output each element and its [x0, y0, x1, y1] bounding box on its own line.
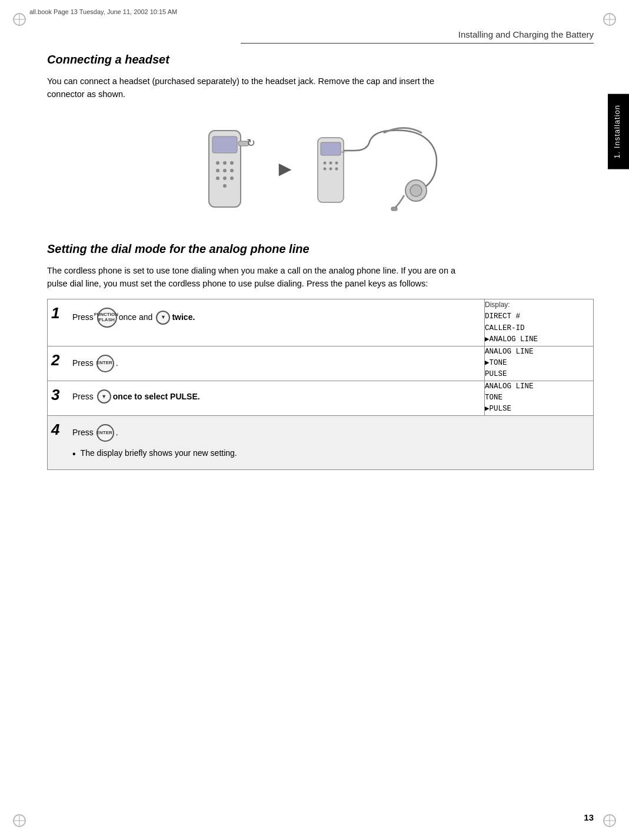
- steps-table: 1 Press FUNCTION /FLASH once and ▼: [47, 299, 594, 471]
- enter-button-2: ENTER: [96, 424, 114, 442]
- svg-point-30: [335, 162, 338, 165]
- step2-display-line2: ▶TONE: [485, 358, 593, 369]
- svg-point-14: [216, 161, 219, 165]
- svg-point-17: [216, 169, 219, 172]
- svg-rect-13: [212, 136, 237, 153]
- step-1-display: Display: DIRECT # CALLER-ID ▶ANALOG LINE: [485, 299, 594, 346]
- step-1-number: 1: [51, 305, 69, 321]
- step3-select-pulse-label: once to select PULSE.: [113, 389, 200, 404]
- corner-mark-bl: [11, 812, 28, 829]
- section1: Connecting a headset You can connect a h…: [47, 53, 594, 225]
- step1-display-line1: DIRECT #: [485, 311, 593, 322]
- section2-body: The cordless phone is set to use tone di…: [47, 264, 459, 291]
- svg-point-33: [335, 168, 338, 171]
- step-3-text: Press ▼ once to select PULSE.: [72, 387, 481, 404]
- step-row-1: 1 Press FUNCTION /FLASH once and ▼: [48, 299, 594, 346]
- svg-point-18: [223, 169, 227, 172]
- step-2-display: ANALOG LINE ▶TONE PULSE: [485, 346, 594, 381]
- step3-display-line3: ▶PULSE: [485, 404, 593, 415]
- step3-press-label: Press: [72, 389, 94, 404]
- svg-point-16: [230, 161, 234, 165]
- step4-bullet: •: [72, 446, 76, 462]
- step2-period: .: [116, 356, 118, 371]
- svg-point-36: [410, 185, 422, 196]
- svg-rect-27: [321, 142, 341, 155]
- svg-point-15: [223, 161, 227, 165]
- svg-point-21: [223, 176, 227, 180]
- corner-mark-tl: [11, 11, 28, 28]
- svg-point-22: [230, 176, 234, 180]
- step-row-3: 3 Press ▼ once to select PULSE. ANA: [48, 381, 594, 415]
- step4-press-label: Press: [72, 425, 94, 440]
- phone-headset-svg: ←: [313, 120, 448, 217]
- step-4-full: 4 Press ENTER .: [48, 415, 594, 470]
- svg-rect-37: [391, 207, 397, 211]
- section1-heading: Connecting a headset: [47, 53, 594, 66]
- section1-body: You can connect a headset (purchased sep…: [47, 75, 459, 101]
- file-info: all.book Page 13 Tuesday, June 11, 2002 …: [29, 8, 177, 15]
- svg-point-29: [330, 162, 332, 165]
- section2-heading: Setting the dial mode for the analog pho…: [47, 242, 594, 256]
- step-2-number: 2: [51, 352, 69, 368]
- svg-point-23: [223, 184, 227, 188]
- arrow-right: ►: [275, 156, 296, 181]
- step-3-number: 3: [51, 387, 69, 402]
- step-4-number: 4: [51, 422, 69, 437]
- page-number: 13: [584, 812, 594, 822]
- svg-text:←: ←: [340, 148, 347, 156]
- step1-display-line3: ▶ANALOG LINE: [485, 334, 593, 345]
- enter-button-1: ENTER: [96, 355, 114, 372]
- svg-text:↻: ↻: [247, 137, 255, 149]
- step4-period: .: [116, 425, 118, 440]
- step-2-left: 2 Press ENTER .: [48, 346, 485, 381]
- step1-once-and-label: once and: [119, 310, 153, 325]
- function-flash-button: FUNCTION /FLASH: [97, 308, 117, 328]
- step1-display-line2: CALLER-ID: [485, 323, 593, 334]
- step-3-left: 3 Press ▼ once to select PULSE.: [48, 381, 485, 415]
- down-arrow-button-1: ▼: [156, 311, 170, 325]
- svg-point-32: [330, 168, 332, 171]
- svg-point-31: [324, 168, 327, 171]
- step-2-text: Press ENTER .: [72, 352, 481, 372]
- step-row-4: 4 Press ENTER .: [48, 415, 594, 470]
- corner-mark-tr: [601, 11, 618, 28]
- step-4-text: Press ENTER . • The display briefly sh: [72, 422, 590, 462]
- step2-display-line1: ANALOG LINE: [485, 346, 593, 358]
- page-header: Installing and Charging the Battery: [241, 29, 594, 44]
- step1-twice-label: twice.: [172, 310, 195, 325]
- step4-note-text: The display briefly shows your new setti…: [81, 446, 237, 459]
- step2-display-line3: PULSE: [485, 369, 593, 380]
- step1-press-label: Press: [72, 310, 94, 325]
- down-arrow-button-2: ▼: [97, 389, 111, 404]
- headset-illustration: ↻ ►: [47, 113, 594, 225]
- svg-point-28: [324, 162, 327, 165]
- step-3-display: ANALOG LINE TONE ▶PULSE: [485, 381, 594, 415]
- svg-point-19: [230, 169, 234, 172]
- svg-point-20: [216, 176, 219, 180]
- step-row-2: 2 Press ENTER .: [48, 346, 594, 381]
- step-1-left: 1 Press FUNCTION /FLASH once and ▼: [48, 299, 485, 346]
- corner-mark-br: [601, 812, 618, 829]
- step2-press-label: Press: [72, 356, 94, 371]
- step3-display-line2: TONE: [485, 392, 593, 404]
- main-content: Connecting a headset You can connect a h…: [47, 53, 594, 805]
- phone-left-svg: ↻: [192, 119, 257, 219]
- step3-display-line1: ANALOG LINE: [485, 381, 593, 392]
- step-1-text: Press FUNCTION /FLASH once and ▼ twice.: [72, 305, 481, 328]
- section2: Setting the dial mode for the analog pho…: [47, 242, 594, 471]
- section-tab: 1. Installation: [608, 94, 629, 169]
